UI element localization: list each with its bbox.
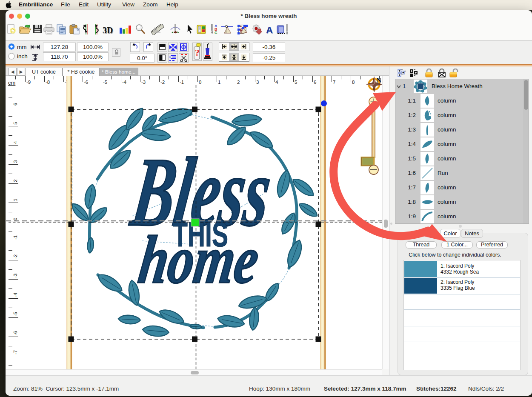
svg-text:7: 7 (333, 80, 335, 85)
svg-text:C: C (215, 31, 217, 35)
svg-text:-4: -4 (122, 80, 127, 85)
svg-text:1: 1 (218, 80, 220, 85)
svg-text:N: N (376, 76, 382, 84)
svg-text:-2: -2 (160, 80, 165, 85)
svg-text:6: 6 (314, 80, 316, 85)
svg-text:-2: -2 (13, 254, 18, 259)
svg-text:-3: -3 (13, 274, 18, 278)
svg-text:-1: -1 (13, 235, 18, 240)
svg-text:-8: -8 (46, 80, 50, 85)
svg-text:-6: -6 (84, 80, 88, 85)
svg-text:0: 0 (13, 218, 18, 220)
svg-text:0: 0 (199, 80, 201, 85)
svg-text:4: 4 (275, 80, 278, 85)
svg-text:?: ? (195, 47, 200, 58)
svg-text:mm: mm (17, 44, 27, 50)
svg-text:-1: -1 (180, 80, 184, 85)
svg-text:5: 5 (295, 80, 297, 85)
svg-text:3: 3 (13, 160, 18, 163)
svg-text:3: 3 (256, 80, 259, 85)
svg-text:2: 2 (237, 80, 240, 85)
svg-text:5: 5 (13, 122, 18, 125)
svg-text:cm: cm (8, 80, 15, 86)
svg-text:4: 4 (13, 141, 18, 144)
svg-text:-9: -9 (26, 80, 31, 85)
svg-text:8: 8 (352, 80, 355, 85)
svg-text:-5: -5 (13, 312, 18, 316)
svg-text:-7: -7 (13, 350, 18, 354)
svg-text:6: 6 (13, 103, 18, 106)
svg-text:-5: -5 (103, 80, 107, 85)
svg-text:-6: -6 (13, 331, 18, 335)
svg-text:1: 1 (13, 199, 18, 201)
svg-text:-3: -3 (141, 80, 146, 85)
svg-text:inch: inch (17, 53, 28, 60)
svg-text:-4: -4 (13, 292, 18, 297)
svg-text:2: 2 (13, 180, 18, 182)
